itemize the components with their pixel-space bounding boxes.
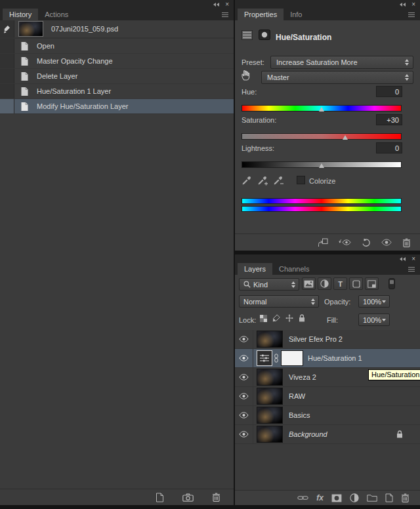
mask-badge-icon[interactable]: [259, 30, 270, 40]
layer-row[interactable]: RAW: [235, 387, 420, 406]
layer-mask-thumbnail[interactable]: [281, 350, 303, 366]
hue-value-field[interactable]: 0: [376, 86, 402, 97]
eyedropper-icon[interactable]: [242, 176, 251, 186]
lightness-slider[interactable]: [242, 161, 402, 168]
visibility-eye-button[interactable]: [381, 239, 392, 246]
history-item[interactable]: Master Opacity Change: [0, 54, 234, 69]
history-brush-source-cell[interactable]: [0, 54, 14, 68]
layers-panel-header: ×: [235, 254, 420, 263]
visibility-cell[interactable]: [235, 425, 253, 443]
layer-thumbnail[interactable]: [257, 426, 283, 443]
filter-smart-object-icon[interactable]: [365, 277, 379, 290]
preset-dropdown[interactable]: Increase Saturation More: [270, 56, 413, 69]
delete-state-trash-button[interactable]: [212, 493, 220, 502]
layer-thumbnail[interactable]: [257, 388, 283, 405]
lock-pixels-brush-icon[interactable]: [272, 314, 280, 322]
eyedropper-plus-icon[interactable]: [257, 176, 268, 186]
layer-style-fx-button[interactable]: fx: [316, 493, 324, 502]
visibility-cell[interactable]: [235, 349, 253, 367]
new-group-folder-button[interactable]: [367, 494, 377, 502]
eyedropper-minus-icon[interactable]: [273, 176, 284, 186]
new-adjustment-layer-button[interactable]: [350, 493, 359, 502]
tab-actions[interactable]: Actions: [38, 9, 75, 20]
history-item[interactable]: Delete Layer: [0, 69, 234, 84]
add-layer-mask-button[interactable]: [331, 494, 342, 502]
hue-slider[interactable]: [242, 105, 402, 112]
filter-pixel-layers-icon[interactable]: [302, 277, 316, 290]
history-list: 07Juni2015_059.psd Open Master Opacity C…: [0, 20, 234, 489]
layer-row-selected[interactable]: Hue/Saturation 1: [235, 349, 420, 368]
new-document-from-state-button[interactable]: [156, 493, 164, 502]
blend-mode-dropdown[interactable]: Normal: [239, 295, 319, 308]
saturation-slider-thumb[interactable]: [343, 135, 348, 140]
hue-slider-thumb[interactable]: [319, 107, 324, 112]
close-panel-icon[interactable]: ×: [225, 1, 229, 8]
adjustment-layer-thumbnail[interactable]: [257, 350, 272, 366]
layer-thumbnail[interactable]: [257, 369, 283, 386]
visibility-cell[interactable]: [235, 330, 253, 348]
layer-thumbnail[interactable]: [257, 407, 283, 424]
mask-link-icon[interactable]: [274, 354, 279, 363]
saturation-label: Saturation:: [242, 116, 276, 124]
tab-channels[interactable]: Channels: [272, 263, 316, 275]
history-item-selected[interactable]: Modify Hue/Saturation Layer: [0, 99, 234, 114]
link-layers-button[interactable]: [297, 495, 308, 500]
layer-row[interactable]: Silver Efex Pro 2: [235, 330, 420, 349]
layer-row[interactable]: Basics: [235, 406, 420, 425]
panel-menu-icon[interactable]: [408, 12, 415, 17]
history-snapshot-row[interactable]: 07Juni2015_059.psd: [0, 20, 234, 39]
collapse-panel-icon[interactable]: [400, 3, 406, 7]
reset-adjustment-button[interactable]: [362, 238, 371, 247]
collapse-panel-icon[interactable]: [400, 257, 406, 261]
history-brush-source-cell[interactable]: [0, 84, 14, 98]
filter-adjustment-layers-icon[interactable]: [318, 277, 331, 290]
history-brush-source-cell[interactable]: [0, 99, 14, 113]
new-layer-button[interactable]: [385, 493, 393, 502]
lightness-slider-thumb[interactable]: [319, 163, 324, 168]
properties-title: Hue/Saturation: [276, 33, 331, 42]
view-previous-state-button[interactable]: [339, 238, 351, 247]
new-snapshot-camera-button[interactable]: [182, 493, 194, 502]
fill-label: Fill:: [327, 316, 338, 324]
tab-properties[interactable]: Properties: [238, 9, 284, 20]
history-brush-source-cell[interactable]: [0, 20, 14, 37]
layer-thumbnail[interactable]: [257, 331, 283, 348]
channel-dropdown[interactable]: Master: [261, 71, 413, 84]
history-brush-source-cell[interactable]: [0, 39, 14, 53]
filter-kind-dropdown[interactable]: Kind: [239, 278, 299, 291]
panel-menu-icon[interactable]: [222, 12, 228, 17]
panel-menu-icon[interactable]: [408, 267, 415, 272]
visibility-cell[interactable]: [235, 406, 253, 424]
collapse-panel-icon[interactable]: [213, 3, 219, 7]
saturation-value-field[interactable]: +30: [376, 114, 402, 125]
filter-shape-layers-icon[interactable]: [349, 277, 363, 290]
history-item[interactable]: Open: [0, 39, 234, 54]
filter-type-layers-icon[interactable]: T: [333, 277, 347, 290]
tab-info[interactable]: Info: [284, 9, 308, 20]
tab-history[interactable]: History: [3, 9, 38, 20]
layer-filter-toggle[interactable]: [388, 278, 395, 289]
layer-row-background[interactable]: Background: [235, 425, 420, 444]
clip-to-layer-button[interactable]: [318, 238, 328, 247]
lock-position-move-icon[interactable]: [285, 314, 293, 322]
delete-adjustment-trash-button[interactable]: [402, 238, 411, 247]
delete-layer-trash-button[interactable]: [401, 493, 410, 502]
opacity-dropdown[interactable]: 100%: [358, 295, 390, 308]
visibility-cell[interactable]: [235, 368, 253, 386]
tab-layers[interactable]: Layers: [238, 263, 272, 275]
visibility-cell[interactable]: [235, 387, 253, 405]
saturation-slider[interactable]: [242, 133, 402, 140]
history-brush-source-cell[interactable]: [0, 69, 14, 83]
lock-transparency-icon[interactable]: [260, 315, 267, 322]
preset-value: Increase Saturation More: [276, 58, 358, 66]
snapshot-thumbnail[interactable]: [18, 21, 43, 37]
targeted-adjustment-hand-icon[interactable]: [240, 70, 252, 81]
lightness-value-field[interactable]: 0: [376, 142, 402, 153]
layer-name: Silver Efex Pro 2: [289, 335, 343, 343]
fill-dropdown[interactable]: 100%: [358, 314, 390, 326]
close-panel-icon[interactable]: ×: [411, 1, 415, 8]
history-item[interactable]: Hue/Saturation 1 Layer: [0, 84, 234, 99]
lock-all-icon[interactable]: [299, 314, 305, 322]
close-panel-icon[interactable]: ×: [411, 256, 415, 262]
colorize-checkbox[interactable]: [297, 176, 305, 184]
